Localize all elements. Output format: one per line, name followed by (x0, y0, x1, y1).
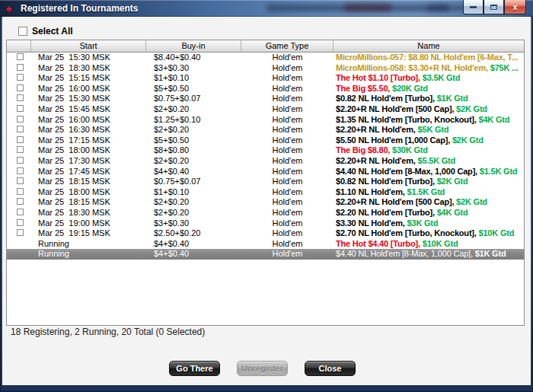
table-row[interactable]: Mar 25 16:00 MSK$5+$0.50Hold'emThe Big $… (7, 84, 524, 94)
table-row[interactable]: Mar 25 15:45 MSK$2+$0.20Hold'em$2.20+R N… (7, 104, 524, 115)
row-checkbox-cell (7, 63, 31, 74)
row-checkbox[interactable] (17, 53, 24, 60)
row-checkbox[interactable] (17, 84, 24, 91)
row-checkbox[interactable] (17, 188, 24, 195)
name-segment: $1.5K Gtd (480, 167, 518, 176)
row-start-time: Mar 25 15:45 MSK (31, 104, 146, 115)
table-row[interactable]: Running$4+$0.40Hold'emThe Hot $4.40 [Tur… (7, 239, 524, 250)
status-text: 18 Registering, 2 Running, 20 Total (0 S… (11, 327, 205, 337)
row-tournament-name: $4.40 NL Hold'em [8-Max, 1,000 Cap], $1.… (334, 167, 524, 177)
row-buyin: $3+$0.30 (146, 63, 241, 74)
row-tournament-name: $2.20+R NL Hold'em, $5.5K Gtd (334, 156, 524, 167)
table-row[interactable]: Mar 25 15:30 MSK$0.75+$0.07Hold'em$0.82 … (7, 94, 524, 104)
row-start-time: Mar 25 17:15 MSK (31, 135, 146, 146)
row-game-type: Hold'em (241, 197, 334, 208)
row-game-type: Hold'em (241, 53, 334, 63)
name-segment: $4.40 NL Hold'em [8-Max, 1,000 Cap], (336, 249, 475, 258)
name-segment: $2.20+R NL Hold'em [500 Cap], (336, 104, 456, 113)
table-row[interactable]: Mar 25 18:15 MSK$0.75+$0.07Hold'em$0.82 … (7, 177, 524, 187)
table-row[interactable]: Mar 25 17:15 MSK$5+$0.50Hold'em$5.50 NL … (7, 135, 524, 146)
name-segment: $4K Gtd (437, 208, 468, 217)
row-start-time: Mar 25 15:30 MSK (31, 53, 146, 63)
table-header: Start Buy-in Game Type Name (7, 40, 524, 53)
row-checkbox-cell (7, 84, 31, 94)
row-checkbox-cell (7, 145, 31, 156)
go-there-button[interactable]: Go There (169, 361, 220, 376)
column-header-buyin[interactable]: Buy-in (146, 40, 241, 52)
row-checkbox[interactable] (17, 146, 24, 153)
table-row[interactable]: Mar 25 17:45 MSK$4+$0.40Hold'em$4.40 NL … (7, 167, 524, 177)
column-header-checkbox[interactable] (7, 40, 31, 52)
row-checkbox[interactable] (17, 126, 24, 132)
row-game-type: Hold'em (241, 104, 334, 115)
row-checkbox[interactable] (17, 198, 24, 205)
table-row[interactable]: Mar 25 17:30 MSK$2+$0.20Hold'em$2.20+R N… (7, 156, 524, 167)
row-tournament-name: $4.40 NL Hold'em [8-Max, 1,000 Cap], $1K… (334, 249, 524, 260)
name-segment: $5K Gtd (418, 125, 449, 134)
select-all-checkbox[interactable]: Select All (18, 26, 73, 37)
row-checkbox[interactable] (17, 94, 24, 101)
row-checkbox-cell (7, 104, 31, 115)
row-game-type: Hold'em (241, 218, 334, 229)
row-start-time: Mar 25 15:15 MSK (31, 73, 146, 84)
row-start-time: Mar 25 17:45 MSK (31, 167, 146, 177)
name-segment: $0.82 NL Hold'em [Turbo], (336, 94, 437, 103)
row-checkbox[interactable] (17, 157, 24, 164)
row-checkbox[interactable] (17, 219, 24, 226)
column-header-game-type[interactable]: Game Type (241, 40, 334, 52)
checkbox-icon[interactable] (18, 27, 27, 36)
row-buyin: $2+$0.20 (146, 104, 241, 115)
row-checkbox[interactable] (17, 209, 24, 215)
name-segment: $1.10 NL Hold'em, (336, 187, 407, 196)
row-tournament-name: $1.35 NL Hold'em [Turbo, Knockout], $4K … (334, 115, 524, 126)
table-row[interactable]: Mar 25 18:15 MSK$2+$0.20Hold'em$2.20+R N… (7, 197, 524, 208)
row-checkbox[interactable] (17, 136, 24, 143)
table-row[interactable]: Mar 25 18:00 MSK$8+$0.80Hold'emThe Big $… (7, 145, 524, 156)
row-game-type: Hold'em (241, 228, 334, 239)
maximize-button[interactable] (484, 0, 504, 14)
table-row[interactable]: Mar 25 15:30 MSK$8.40+$0.40Hold'emMicroM… (7, 53, 524, 63)
row-buyin: $2+$0.20 (146, 125, 241, 135)
table-row[interactable]: Mar 25 19:00 MSK$3+$0.30Hold'em$3.30 NL … (7, 218, 524, 229)
name-segment: $2K Gtd (456, 197, 487, 206)
name-segment: $2.20+R NL Hold'em, (336, 125, 418, 134)
row-start-time: Mar 25 19:15 MSK (31, 228, 146, 239)
table-row[interactable]: Running$4+$0.40Hold'em$4.40 NL Hold'em [… (7, 249, 524, 260)
column-header-name[interactable]: Name (334, 40, 524, 52)
table-row[interactable]: Mar 25 18:30 MSK$2+$0.20Hold'em$2.20 NL … (7, 208, 524, 218)
row-checkbox[interactable] (17, 177, 24, 184)
name-segment: $30K Gtd (392, 145, 428, 155)
row-checkbox[interactable] (17, 167, 24, 174)
row-buyin: $2+$0.20 (146, 197, 241, 208)
row-checkbox-cell (7, 73, 31, 84)
row-game-type: Hold'em (241, 125, 334, 135)
name-segment: $10K Gtd (479, 228, 515, 237)
title-bar[interactable]: ♠ Registered In Tournaments x (0, 0, 533, 17)
table-row[interactable]: Mar 25 16:00 MSK$1.25+$0.10Hold'em$1.35 … (7, 115, 524, 126)
minimize-icon (470, 6, 477, 8)
row-buyin: $2+$0.20 (146, 156, 241, 167)
table-row[interactable]: Mar 25 16:30 MSK$2+$0.20Hold'em$2.20+R N… (7, 125, 524, 135)
glass-reflection (266, 5, 449, 11)
column-header-start[interactable]: Start (31, 40, 146, 52)
table-row[interactable]: Mar 25 15:15 MSK$1+$0.10Hold'emThe Hot $… (7, 73, 524, 84)
name-segment: $1K Gtd (437, 94, 468, 103)
row-game-type: Hold'em (241, 249, 334, 260)
row-checkbox[interactable] (17, 105, 24, 112)
close-dialog-button[interactable]: Close (305, 361, 356, 376)
row-checkbox[interactable] (17, 64, 24, 71)
table-row[interactable]: Mar 25 19:15 MSK$2.50+$0.20Hold'em$2.70 … (7, 228, 524, 239)
unregister-button: Unregister (237, 361, 288, 376)
row-checkbox-cell (7, 208, 31, 218)
row-checkbox-cell (7, 115, 31, 126)
row-checkbox[interactable] (17, 229, 24, 236)
name-segment: The Hot $4.40 [Turbo], (336, 239, 423, 248)
minimize-button[interactable] (463, 0, 484, 14)
table-row[interactable]: Mar 25 18:30 MSK$3+$0.30Hold'emMicroMill… (7, 63, 524, 74)
row-buyin: $5+$0.50 (146, 135, 241, 146)
close-button[interactable]: x (504, 0, 526, 14)
table-row[interactable]: Mar 25 18:00 MSK$1+$0.10Hold'em$1.10 NL … (7, 187, 524, 198)
name-segment: $3K Gtd (407, 218, 439, 228)
row-checkbox[interactable] (17, 116, 24, 123)
row-checkbox[interactable] (17, 74, 24, 81)
